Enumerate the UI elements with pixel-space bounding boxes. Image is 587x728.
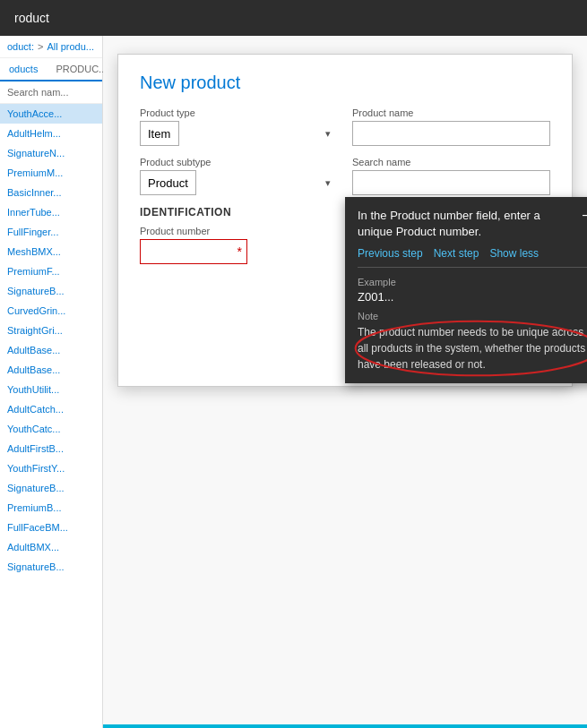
example-label: Example <box>358 277 587 287</box>
list-item[interactable]: SignatureB... <box>0 478 102 498</box>
list-item[interactable]: AdultBase... <box>0 360 102 380</box>
list-item[interactable]: FullFaceBM... <box>0 518 102 537</box>
product-type-select-wrapper: Item <box>140 121 338 146</box>
title-bar: roduct <box>0 0 587 36</box>
breadcrumb-part1: oduct: <box>7 41 34 52</box>
tooltip-header: In the Product number field, enter a uni… <box>358 208 587 240</box>
note-text: The product number needs to be unique ac… <box>358 324 587 373</box>
list-item[interactable]: StraightGri... <box>0 321 102 340</box>
tooltip-nav: Previous step Next step Show less <box>358 247 587 268</box>
product-subtype-select-wrapper: Product <box>140 170 338 195</box>
product-subtype-label: Product subtype <box>140 157 338 167</box>
required-star: * <box>237 244 242 259</box>
sidebar: oduct: > All produ... oducts PRODUC... S… <box>0 36 103 728</box>
next-step-button[interactable]: Next step <box>434 247 479 260</box>
show-less-button[interactable]: Show less <box>489 247 539 260</box>
list-item[interactable]: YouthFirstY... <box>0 458 102 478</box>
breadcrumb-part2: All produ... <box>47 41 94 52</box>
product-number-label: Product number <box>140 226 247 236</box>
search-name-input[interactable] <box>352 170 550 195</box>
list-item[interactable]: AdultHelm... <box>0 124 102 143</box>
list-item[interactable]: PremiumB... <box>0 498 102 518</box>
form-row-2: Product subtype Product Search name <box>140 157 550 195</box>
product-type-select[interactable]: Item <box>140 121 179 146</box>
product-number-input[interactable] <box>140 239 247 264</box>
product-number-input-wrapper: * <box>140 239 247 264</box>
list-item[interactable]: YouthCatc... <box>0 419 102 439</box>
title-text: roduct <box>14 11 49 25</box>
product-subtype-select[interactable]: Product <box>140 170 196 195</box>
product-type-group: Product type Item <box>140 107 338 146</box>
list-item[interactable]: BasicInner... <box>0 183 102 202</box>
product-type-label: Product type <box>140 107 338 118</box>
list-item[interactable]: SignatureB... <box>0 281 102 301</box>
list-item[interactable]: FullFinger... <box>0 222 102 242</box>
search-name-label: Search name <box>352 157 550 167</box>
product-list: YouthAcce...AdultHelm...SignatureN...Pre… <box>0 104 102 728</box>
search-name-group: Search name <box>352 157 550 195</box>
list-item[interactable]: CurvedGrin... <box>0 301 102 321</box>
prev-step-button[interactable]: Previous step <box>358 247 423 260</box>
tab-products[interactable]: oducts <box>0 58 47 81</box>
breadcrumb: oduct: > All produ... <box>0 36 102 58</box>
list-item[interactable]: AdultBase... <box>0 340 102 360</box>
list-item[interactable]: PremiumM... <box>0 163 102 183</box>
product-name-group: Product name <box>352 107 550 146</box>
list-item[interactable]: PremiumF... <box>0 261 102 281</box>
list-item[interactable]: AdultBMX... <box>0 537 102 557</box>
product-number-group: Product number * <box>140 226 247 264</box>
content-area: New product Product type Item Product na… <box>103 36 587 728</box>
tooltip-title: In the Product number field, enter a uni… <box>358 208 583 240</box>
list-item[interactable]: SignatureB... <box>0 557 102 577</box>
example-value: Z001... <box>358 290 587 304</box>
list-item[interactable]: MeshBMX... <box>0 242 102 261</box>
list-item[interactable]: AdultCatch... <box>0 399 102 419</box>
note-label: Note <box>358 311 587 321</box>
bottom-bar <box>103 724 587 728</box>
list-item[interactable]: InnerTube... <box>0 202 102 222</box>
tooltip-close-icon[interactable]: — <box>583 208 587 222</box>
dialog-title: New product <box>140 73 550 93</box>
list-item[interactable]: YouthAcce... <box>0 104 102 124</box>
list-item[interactable]: AdultFirstB... <box>0 439 102 458</box>
form-row-1: Product type Item Product name <box>140 107 550 146</box>
product-name-input[interactable] <box>352 121 550 146</box>
tooltip-popup: In the Product number field, enter a uni… <box>345 197 587 383</box>
search-label: Search nam... <box>0 81 102 104</box>
note-container: The product number needs to be unique ac… <box>358 324 587 373</box>
breadcrumb-sep: > <box>38 41 43 52</box>
list-item[interactable]: YouthUtilit... <box>0 380 102 399</box>
product-name-label: Product name <box>352 107 550 118</box>
tab-bar: oducts PRODUC... <box>0 58 102 81</box>
product-subtype-group: Product subtype Product <box>140 157 338 195</box>
list-item[interactable]: SignatureN... <box>0 143 102 163</box>
